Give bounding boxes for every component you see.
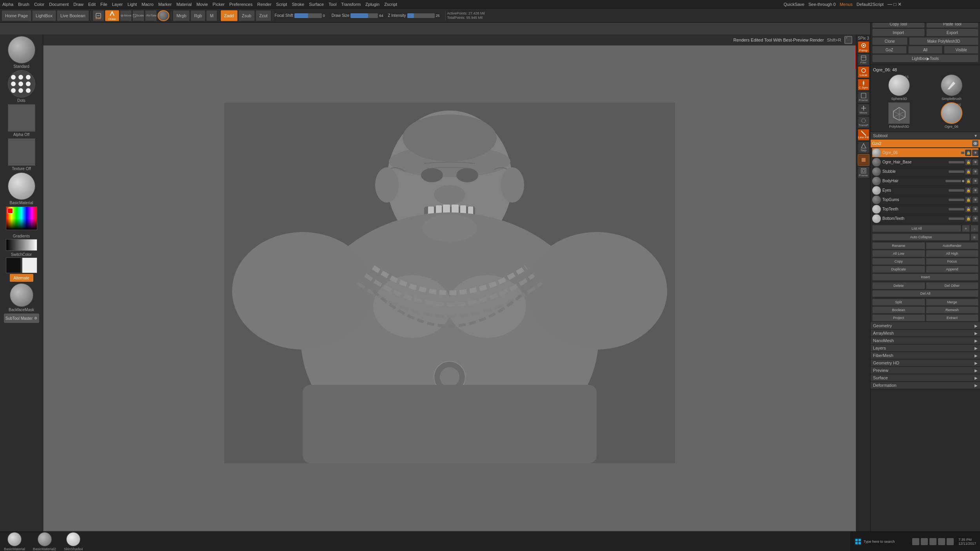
auto-collapse-icon[interactable]: ≡ (971, 234, 978, 241)
standard-brush-btn[interactable] (8, 36, 35, 63)
menu-draw[interactable]: Draw (73, 2, 83, 7)
menu-material[interactable]: Material (176, 2, 192, 7)
sculp-btn[interactable] (858, 154, 869, 166)
merge-btn[interactable]: Merge (926, 299, 979, 306)
extract-btn[interactable]: Extract (926, 314, 979, 321)
subtool-eye-btn-topteeth[interactable]: 👁 (972, 206, 978, 212)
subtool-lock-btn-topteeth[interactable]: 🔒 (965, 206, 971, 212)
transp-btn[interactable]: TransP (858, 116, 869, 128)
menu-light[interactable]: Light (127, 2, 137, 7)
dots-brush-btn[interactable] (8, 70, 35, 98)
menu-edit[interactable]: Edit (88, 2, 96, 7)
menu-zscript[interactable]: Zscript (384, 2, 397, 7)
color-picker-btn[interactable] (6, 207, 37, 232)
rename-btn[interactable]: Rename (872, 242, 925, 249)
menu-stroke[interactable]: Stroke (292, 2, 304, 7)
search-bar[interactable]: Type here to search (864, 540, 911, 544)
menu-zplugin[interactable]: Zplugin (365, 2, 379, 7)
color-circle-btn[interactable] (158, 10, 169, 21)
subtool-topgums[interactable]: TopGums 🔒 👁 (872, 195, 978, 205)
menu-surface[interactable]: Surface (309, 2, 324, 7)
menu-picker[interactable]: Picker (212, 2, 225, 7)
export-btn[interactable]: Export (926, 29, 979, 36)
copy-btn[interactable]: Copy (872, 258, 925, 265)
zcut-btn[interactable]: Zcut (256, 10, 271, 21)
window-controls[interactable]: — □ ✕ (887, 2, 902, 7)
subtool-lock-btn-bottomteeth[interactable]: 🔒 (965, 216, 971, 222)
list-all-minus[interactable]: - (971, 225, 978, 232)
del-all-btn[interactable]: Del All (872, 290, 978, 297)
subtool-eye-btn-topgums[interactable]: 👁 (972, 197, 978, 203)
all-high-btn[interactable]: All High (926, 250, 979, 257)
material-basic-circle[interactable] (7, 532, 22, 546)
autorender-btn[interactable]: AutoRender (926, 242, 979, 249)
menu-macro[interactable]: Macro (142, 2, 154, 7)
tarp-btn[interactable]: Tarp (858, 141, 869, 153)
rotate-btn[interactable]: RoTate (145, 10, 157, 21)
backface-mask-btn[interactable] (10, 283, 33, 307)
geometryhd-section-header[interactable]: Geometry HD ▶ (871, 359, 980, 367)
tool-ogre06[interactable]: 16 Ogre_06 (926, 102, 977, 129)
subtool-section-header[interactable]: Subtool ▼ (871, 132, 980, 140)
subtool-lock-btn-eyes[interactable]: 🔒 (965, 187, 971, 194)
menu-document[interactable]: Document (49, 2, 69, 7)
subtool-topteeth[interactable]: TopTeeth 🔒 👁 (872, 205, 978, 214)
material-basic[interactable]: BasicMaterial (4, 532, 25, 551)
all-low-btn[interactable]: All Low (872, 250, 925, 257)
make-polymesh-btn[interactable]: Make PolyMesh3D (909, 37, 978, 45)
color-a[interactable] (6, 257, 21, 273)
lightbox-btn[interactable]: LightBox (32, 10, 56, 21)
live-boolean-btn[interactable]: Live Boolean (57, 10, 89, 21)
scale-btn[interactable]: Scale (132, 10, 144, 21)
import-btn[interactable]: Import (872, 29, 925, 36)
texture-off-btn[interactable] (8, 138, 35, 166)
m-btn[interactable]: M (206, 10, 217, 21)
subtool-lock-btn-stubble[interactable]: 🔒 (965, 169, 971, 175)
layers-section-header[interactable]: Layers ▶ (871, 344, 980, 352)
subtool-bodyhair[interactable]: BodyHair 🔒 👁 (872, 176, 978, 186)
mrgb-btn[interactable]: Mrgb (173, 10, 190, 21)
move-vert-btn[interactable]: Move (858, 104, 869, 116)
menu-render[interactable]: Render (257, 2, 271, 7)
z-intensity-slider[interactable]: 25 (407, 13, 444, 18)
draw-btn[interactable]: Draw (105, 10, 120, 21)
subtool-eye-btn-ogre06[interactable]: 👁 (972, 150, 978, 156)
rgb-btn[interactable]: Rgb (191, 10, 205, 21)
local-btn[interactable]: Local (858, 66, 869, 78)
fibermesh-section-header[interactable]: FiberMesh ▶ (871, 352, 980, 359)
taskbar-icon-1[interactable] (912, 538, 919, 545)
duplicate-btn[interactable]: Duplicate (872, 266, 925, 273)
tool-polymesh3d[interactable]: PolyMesh3D (874, 102, 925, 129)
menu-color[interactable]: Color (34, 2, 44, 7)
frame2-btn[interactable]: Frame (858, 167, 869, 178)
edit-icon-btn[interactable]: Edit (93, 10, 104, 21)
alpha-off-btn[interactable] (8, 104, 35, 132)
insert-btn[interactable]: Insert (872, 274, 978, 281)
tool-sphere3d[interactable]: 16 Sphere3D (874, 74, 925, 101)
arraymesh-section-header[interactable]: ArrayMesh ▶ (871, 330, 980, 337)
render-button[interactable]: ⬛ (844, 36, 852, 44)
color-b[interactable] (22, 257, 37, 273)
switch-color-btn[interactable] (6, 257, 37, 273)
menu-transform[interactable]: Transform (341, 2, 361, 7)
line-fill-btn[interactable]: Line Fill (858, 129, 869, 141)
append-btn[interactable]: Append (926, 266, 979, 273)
draw-size-slider[interactable]: 64 (350, 13, 387, 18)
default2script-label[interactable]: Default2Script (857, 2, 884, 7)
subtool-eye-btn-stubble[interactable]: 👁 (972, 169, 978, 175)
menu-marker[interactable]: Marker (158, 2, 172, 7)
subtool-eye-icon[interactable] (972, 140, 978, 147)
csym-btn[interactable]: C.Sym (858, 79, 869, 91)
menu-brush[interactable]: Brush (18, 2, 29, 7)
taskbar-icon-4[interactable] (938, 538, 945, 545)
zsub-btn[interactable]: Zsub (238, 10, 255, 21)
canvas-area[interactable] (43, 34, 856, 531)
list-all-plus[interactable]: + (962, 225, 970, 232)
boolean-btn[interactable]: Boolean (872, 306, 925, 314)
material-basic2-circle[interactable] (38, 532, 52, 546)
material-skinshade4-circle[interactable] (66, 532, 80, 546)
subtool-eye-btn-bodyhair[interactable]: 👁 (972, 178, 978, 184)
home-page-btn[interactable]: Home Page (2, 10, 31, 21)
basic-material-btn[interactable] (8, 172, 35, 200)
surface-section-header[interactable]: Surface ▶ (871, 374, 980, 382)
